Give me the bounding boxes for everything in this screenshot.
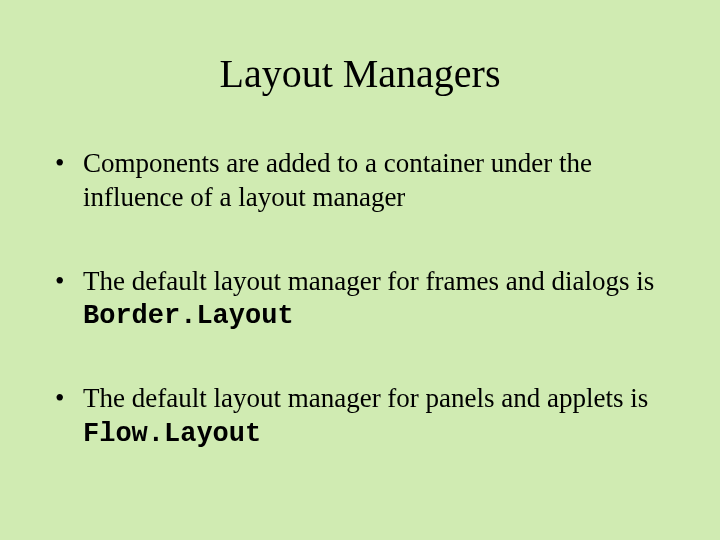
bullet-text: The default layout manager for frames an… [83,266,654,296]
bullet-item: Components are added to a container unde… [55,147,665,217]
slide-title: Layout Managers [55,50,665,97]
bullet-item: The default layout manager for panels an… [55,382,665,452]
bullet-text: Components are added to a container unde… [83,148,592,212]
bullet-code: Flow.Layout [83,419,261,449]
bullet-item: The default layout manager for frames an… [55,265,665,335]
bullet-code: Border.Layout [83,301,294,331]
bullet-text: The default layout manager for panels an… [83,383,648,413]
bullet-list: Components are added to a container unde… [55,147,665,452]
